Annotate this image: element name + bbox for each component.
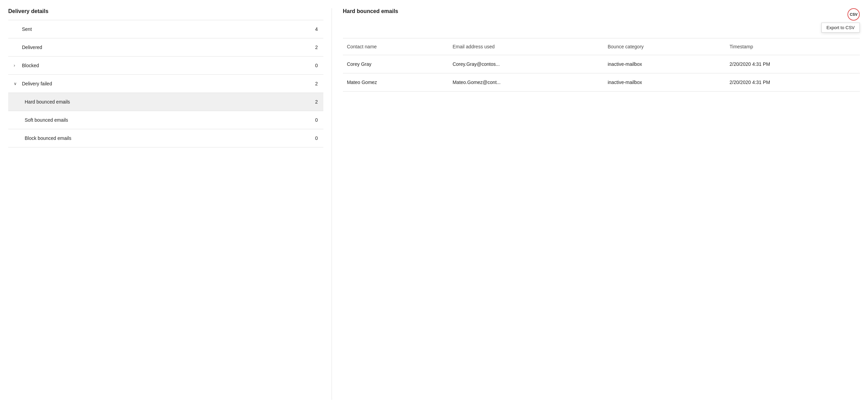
left-panel-title: Delivery details (8, 8, 323, 20)
table-body: Corey GrayCorey.Gray@contos...inactive-m… (343, 55, 860, 92)
row-label-soft-bounced: Soft bounced emails (25, 117, 308, 123)
col-header-bounce_category: Bounce category (604, 38, 726, 55)
row-value-blocked: 0 (308, 63, 318, 68)
row-value-hard-bounced: 2 (308, 99, 318, 105)
row-label-delivered: Delivered (22, 45, 308, 50)
row-value-block-bounced: 0 (308, 135, 318, 141)
row-label-sent: Sent (22, 26, 308, 32)
chevron-delivery-failed: ∨ (14, 81, 22, 86)
csv-icon: CSV (850, 12, 858, 16)
left-panel: Delivery details Sent4Delivered2›Blocked… (8, 8, 332, 400)
cell-bounce_category-1: inactive-mailbox (604, 73, 726, 92)
cell-timestamp-1: 2/20/2020 4:31 PM (726, 73, 860, 92)
col-header-email_address: Email address used (448, 38, 604, 55)
right-panel-title: Hard bounced emails (343, 8, 398, 14)
row-value-sent: 4 (308, 26, 318, 32)
export-container: CSV Export to CSV (821, 8, 860, 33)
delivery-row-block-bounced[interactable]: Block bounced emails0 (8, 129, 323, 147)
right-panel: Hard bounced emails CSV Export to CSV Co… (332, 8, 860, 400)
cell-contact_name-0: Corey Gray (343, 55, 449, 73)
cell-bounce_category-0: inactive-mailbox (604, 55, 726, 73)
row-value-delivery-failed: 2 (308, 81, 318, 86)
delivery-row-delivery-failed[interactable]: ∨Delivery failed2 (8, 75, 323, 93)
delivery-row-soft-bounced[interactable]: Soft bounced emails0 (8, 111, 323, 129)
col-header-contact_name: Contact name (343, 38, 449, 55)
cell-email_address-0: Corey.Gray@contos... (448, 55, 604, 73)
row-label-delivery-failed: Delivery failed (22, 81, 308, 86)
row-label-block-bounced: Block bounced emails (25, 135, 308, 141)
col-header-timestamp: Timestamp (726, 38, 860, 55)
cell-email_address-1: Mateo.Gomez@cont... (448, 73, 604, 92)
row-value-soft-bounced: 0 (308, 117, 318, 123)
row-label-hard-bounced: Hard bounced emails (25, 99, 308, 105)
delivery-row-hard-bounced[interactable]: Hard bounced emails2 (8, 93, 323, 111)
cell-timestamp-0: 2/20/2020 4:31 PM (726, 55, 860, 73)
row-value-delivered: 2 (308, 45, 318, 50)
table-row[interactable]: Mateo GomezMateo.Gomez@cont...inactive-m… (343, 73, 860, 92)
export-tooltip: Export to CSV (821, 23, 860, 33)
cell-contact_name-1: Mateo Gomez (343, 73, 449, 92)
chevron-blocked: › (14, 63, 22, 68)
export-csv-button[interactable]: CSV (847, 8, 860, 21)
right-panel-header: Hard bounced emails CSV Export to CSV (343, 8, 860, 38)
table-row[interactable]: Corey GrayCorey.Gray@contos...inactive-m… (343, 55, 860, 73)
delivery-row-blocked[interactable]: ›Blocked0 (8, 57, 323, 75)
delivery-row-sent[interactable]: Sent4 (8, 20, 323, 38)
row-label-blocked: Blocked (22, 63, 308, 68)
delivery-row-delivered[interactable]: Delivered2 (8, 38, 323, 57)
bounced-emails-table: Contact nameEmail address usedBounce cat… (343, 38, 860, 92)
table-header: Contact nameEmail address usedBounce cat… (343, 38, 860, 55)
